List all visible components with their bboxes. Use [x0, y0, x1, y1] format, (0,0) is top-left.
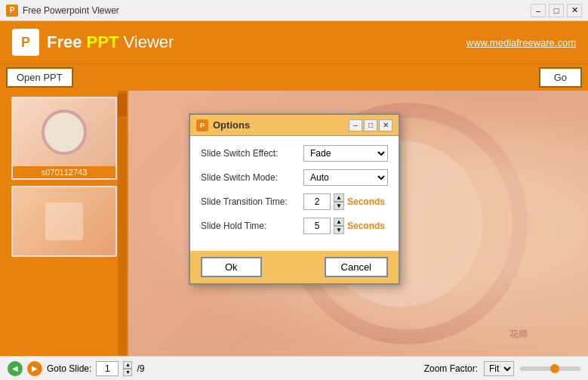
transition-time-spin-up[interactable]: ▲: [334, 193, 344, 202]
dialog-title-text: Options: [213, 119, 250, 131]
hold-seconds-label: Seconds: [347, 221, 385, 231]
slide-thumb2-content: [45, 202, 83, 240]
app-icon-small: P: [6, 5, 18, 17]
app-header: P Free PPT Viewer www.mediafreeware.com: [0, 21, 588, 63]
slide-transition-time-label: Slide Transition Time:: [201, 196, 299, 207]
dialog-minimize-button[interactable]: –: [349, 119, 362, 131]
maximize-button[interactable]: □: [549, 4, 564, 17]
hold-time-spin-down[interactable]: ▼: [334, 226, 344, 234]
scrollbar[interactable]: [118, 91, 127, 356]
title-bar-left: P Free Powerpoint Viewer: [6, 5, 119, 17]
title-bar: P Free Powerpoint Viewer – □ ✕: [0, 0, 588, 21]
slide-hold-time-row: Slide Hold Time: ▲ ▼ Seconds: [201, 218, 388, 234]
title-free: Free: [47, 32, 82, 51]
toolbar: Open PPT Go: [0, 63, 588, 91]
viewer-area: 花师 ➜ P Options – □ ✕ Slide Switch Ef: [128, 91, 588, 356]
zoom-label: Zoom Factor:: [424, 363, 478, 374]
slide-transition-time-row: Slide Transition Time: ▲ ▼ Seconds: [201, 193, 388, 210]
dialog-controls: – □ ✕: [349, 119, 393, 131]
slide-thumb-image-1: [13, 98, 115, 166]
minimize-button[interactable]: –: [531, 4, 546, 17]
hold-time-spin-up[interactable]: ▲: [334, 218, 344, 226]
nav-next-button[interactable]: ▶: [27, 361, 42, 376]
nav-prev-button[interactable]: ◀: [8, 361, 23, 376]
options-dialog: P Options – □ ✕ Slide Switch Effect: Fad…: [189, 113, 400, 285]
transition-time-input[interactable]: [303, 193, 331, 210]
slide-switch-effect-row: Slide Switch Effect: Fade: [201, 145, 388, 162]
transition-time-spin-down[interactable]: ▼: [334, 202, 344, 210]
title-bar-text: Free Powerpoint Viewer: [23, 5, 119, 16]
sidebar: s070112743: [0, 91, 128, 356]
dialog-footer: Ok Cancel: [190, 251, 399, 283]
floral-text: 花师: [509, 328, 528, 341]
open-ppt-button[interactable]: Open PPT: [6, 67, 73, 88]
transition-time-spinner: ▲ ▼ Seconds: [303, 193, 385, 210]
close-button[interactable]: ✕: [567, 4, 582, 17]
hold-time-input[interactable]: [303, 218, 331, 234]
dialog-title-left: P Options: [196, 119, 250, 131]
zoom-select[interactable]: Fit: [484, 361, 514, 376]
dialog-maximize-button[interactable]: □: [364, 119, 377, 131]
dialog-cancel-button[interactable]: Cancel: [325, 257, 388, 277]
logo-icon: P: [12, 29, 39, 56]
dialog-app-icon: P: [196, 119, 208, 131]
go-button[interactable]: Go: [539, 67, 582, 88]
slide-switch-mode-label: Slide Switch Mode:: [201, 172, 299, 183]
main-content: s070112743 花师 ➜ P Options: [0, 91, 588, 356]
hold-time-spinner: ▲ ▼ Seconds: [303, 218, 385, 234]
app-title: Free PPT Viewer: [47, 32, 174, 52]
bottom-right: Zoom Factor: Fit: [424, 361, 580, 376]
slide-switch-effect-select[interactable]: Fade: [303, 145, 388, 162]
page-spinner: ▲ ▼: [123, 361, 132, 376]
goto-input[interactable]: [96, 361, 119, 376]
title-viewer: Viewer: [124, 32, 174, 51]
slide-thumbnail-1[interactable]: s070112743: [11, 97, 117, 180]
slide-thumb-image-2: [13, 187, 115, 255]
slide-thumb-label-1: s070112743: [13, 166, 115, 178]
slide-switch-mode-select[interactable]: Auto: [303, 169, 388, 186]
slide-circle-decoration: [42, 110, 87, 155]
dialog-title-bar: P Options – □ ✕: [190, 115, 399, 136]
zoom-slider-thumb[interactable]: [550, 364, 559, 373]
website-link[interactable]: www.mediafreeware.com: [466, 37, 576, 48]
bottom-bar: ◀ ▶ Goto Slide: ▲ ▼ /9 Zoom Factor: Fit: [0, 356, 588, 380]
goto-label: Goto Slide:: [47, 363, 91, 374]
bottom-left: ◀ ▶ Goto Slide: ▲ ▼ /9: [8, 361, 144, 376]
transition-time-spinner-btns: ▲ ▼: [334, 193, 344, 210]
zoom-slider[interactable]: [520, 366, 580, 371]
slide-thumbnail-2[interactable]: [11, 186, 117, 257]
slide-hold-time-label: Slide Hold Time:: [201, 221, 299, 231]
app-logo: P Free PPT Viewer: [12, 29, 174, 56]
dialog-body: Slide Switch Effect: Fade Slide Switch M…: [190, 136, 399, 251]
page-spin-up[interactable]: ▲: [123, 361, 132, 369]
title-ppt: PPT: [87, 32, 124, 51]
slide-switch-mode-row: Slide Switch Mode: Auto: [201, 169, 388, 186]
slide-switch-effect-label: Slide Switch Effect:: [201, 148, 299, 159]
hold-time-spinner-btns: ▲ ▼: [334, 218, 344, 234]
title-bar-controls: – □ ✕: [531, 4, 582, 17]
scroll-thumb[interactable]: [118, 94, 127, 116]
dialog-ok-button[interactable]: Ok: [201, 257, 262, 277]
transition-seconds-label: Seconds: [347, 196, 385, 207]
page-spin-down[interactable]: ▼: [123, 369, 132, 376]
total-pages: /9: [137, 363, 144, 374]
dialog-close-button[interactable]: ✕: [379, 119, 393, 131]
